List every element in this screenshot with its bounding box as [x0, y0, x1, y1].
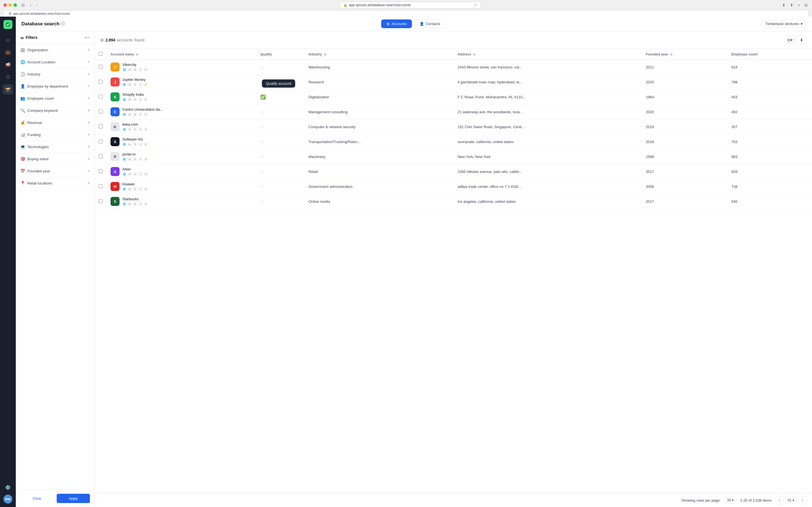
select-all-checkbox[interactable]	[99, 52, 103, 56]
filter-add-company-keyword[interactable]: +	[87, 108, 90, 113]
tabs-overview-icon[interactable]: ⧉	[804, 2, 809, 8]
facebook-icon[interactable]: f	[139, 68, 142, 71]
more-icon[interactable]: ⚡	[144, 68, 148, 71]
twitter-icon[interactable]: 𝕏	[133, 98, 137, 101]
linkedin-icon[interactable]: in	[128, 142, 132, 146]
linkedin-icon[interactable]: in	[128, 172, 132, 176]
prev-page-button[interactable]: ‹	[776, 496, 783, 504]
row-checkbox-cell[interactable]	[95, 105, 107, 119]
nav-lists[interactable]: ☰	[3, 72, 13, 82]
forward-button[interactable]: ›	[35, 2, 40, 8]
row-checkbox-cell[interactable]	[95, 179, 107, 194]
filter-item-industry[interactable]: 📋 Industry +	[16, 68, 94, 80]
filter-add-revenue[interactable]: +	[87, 120, 90, 125]
linkedin-icon[interactable]: in	[128, 68, 132, 71]
row-checkbox[interactable]	[99, 184, 103, 188]
row-checkbox-cell[interactable]	[95, 60, 107, 75]
facebook-icon[interactable]: f	[139, 172, 142, 176]
facebook-icon[interactable]: f	[139, 202, 142, 206]
twitter-icon[interactable]: 𝕏	[133, 68, 137, 71]
linkedin-icon[interactable]: in	[128, 157, 132, 161]
facebook-icon[interactable]: f	[139, 98, 142, 101]
qualify-icon[interactable]: ✓	[260, 184, 264, 189]
filter-add-account-location[interactable]: +	[87, 59, 90, 64]
web-icon[interactable]: 🌐	[122, 112, 126, 116]
more-icon[interactable]: ⚡	[144, 202, 148, 206]
twitter-icon[interactable]: 𝕏	[133, 127, 137, 131]
web-icon[interactable]: 🌐	[122, 142, 126, 146]
qualify-icon[interactable]: ✓	[260, 124, 264, 129]
web-icon[interactable]: 🌐	[122, 157, 126, 161]
accounts-tab[interactable]: ⊞ Accounts	[381, 19, 412, 28]
nav-database[interactable]: 🗃️	[3, 84, 13, 94]
linkedin-icon[interactable]: in	[128, 98, 132, 101]
filter-item-account-location[interactable]: 🌐 Account Location +	[16, 56, 94, 68]
next-page-button[interactable]: ›	[799, 496, 806, 504]
more-icon[interactable]: ⚡	[144, 157, 148, 161]
row-checkbox[interactable]	[99, 80, 103, 83]
collapse-icon[interactable]: ⟵	[85, 36, 90, 40]
more-icon[interactable]: ⚡	[144, 127, 148, 131]
more-icon[interactable]: ⚡	[144, 172, 148, 176]
minimize-btn[interactable]	[8, 3, 12, 7]
row-checkbox[interactable]	[99, 199, 103, 203]
address-header[interactable]: Address ⇅	[454, 49, 642, 60]
share-icon[interactable]: ⬆	[789, 2, 795, 8]
row-checkbox[interactable]	[99, 169, 103, 173]
filter-add-buying-intent[interactable]: +	[87, 156, 90, 161]
linkedin-icon[interactable]: in	[128, 112, 132, 116]
filter-add-founded-year[interactable]: +	[87, 168, 90, 173]
row-checkbox[interactable]	[99, 154, 103, 158]
filter-item-employee-by-dept[interactable]: 👤 Employee by department +	[16, 80, 94, 93]
facebook-icon[interactable]: f	[139, 127, 142, 131]
row-checkbox-cell[interactable]	[95, 90, 107, 105]
select-all-header[interactable]	[95, 49, 107, 60]
web-icon[interactable]: 🌐	[122, 202, 126, 206]
apply-button[interactable]: Apply	[57, 494, 90, 503]
filter-add-retail-locations[interactable]: +	[87, 180, 90, 186]
linkedin-icon[interactable]: in	[128, 82, 132, 87]
account-name-header[interactable]: Account name ⇅	[107, 49, 256, 60]
qualify-icon-active[interactable]: ✅	[260, 95, 266, 100]
page-select[interactable]: 01 ▾	[785, 497, 797, 504]
per-page-select[interactable]: 20 ▾	[725, 497, 736, 504]
filter-add-employee-by-dept[interactable]: +	[87, 83, 90, 89]
more-icon[interactable]: ⚡	[144, 112, 148, 116]
row-checkbox[interactable]	[99, 95, 103, 99]
web-icon[interactable]: 🌐	[122, 127, 126, 131]
nav-campaigns[interactable]: 📢	[3, 59, 13, 69]
filter-item-employee-count[interactable]: 👥 Employee count +	[16, 93, 94, 105]
filter-add-organization[interactable]: +	[87, 47, 90, 52]
qualify-icon[interactable]: ✓	[260, 139, 264, 144]
qualify-icon[interactable]: ✓	[260, 110, 264, 114]
web-icon[interactable]: 🌐	[122, 187, 126, 191]
browser-tab[interactable]: 🛡️ app.sprouts.ai/database-search/accoun…	[3, 10, 809, 17]
founded-year-header[interactable]: Founded year ⇅	[642, 49, 727, 60]
download-button[interactable]: ⬇	[797, 35, 806, 45]
qualify-icon[interactable]: ✓	[260, 65, 264, 69]
more-icon[interactable]: ⚡	[144, 187, 148, 191]
filter-item-funding[interactable]: 📊 Funding +	[16, 129, 94, 141]
web-icon[interactable]: 🌐	[122, 68, 126, 71]
more-icon[interactable]: ⚡	[144, 82, 148, 87]
row-checkbox-cell[interactable]	[95, 149, 107, 164]
linkedin-icon[interactable]: in	[128, 202, 132, 206]
more-icon[interactable]: ⚡	[144, 98, 148, 101]
tab-switcher[interactable]: ⊟	[20, 2, 27, 8]
facebook-icon[interactable]: f	[139, 112, 142, 116]
row-checkbox[interactable]	[99, 65, 103, 69]
column-settings-button[interactable]: ⊟▾	[785, 35, 795, 45]
twitter-icon[interactable]: 𝕏	[133, 142, 137, 146]
download-icon[interactable]: ⬇	[781, 2, 786, 8]
more-icon[interactable]: ⚡	[144, 142, 148, 146]
filter-item-technologies[interactable]: 💻 Technologies +	[16, 141, 94, 153]
qualify-icon[interactable]: ✓	[260, 169, 264, 174]
nav-settings[interactable]: ⚙️	[3, 482, 13, 492]
twitter-icon[interactable]: 𝕏	[133, 172, 137, 176]
web-icon[interactable]: 🌐	[122, 82, 126, 87]
twitter-icon[interactable]: 𝕏	[133, 187, 137, 191]
web-icon[interactable]: 🌐	[122, 98, 126, 101]
nav-dashboard[interactable]: ◎	[3, 35, 13, 45]
close-btn[interactable]	[3, 3, 7, 7]
filter-add-technologies[interactable]: +	[87, 144, 90, 149]
